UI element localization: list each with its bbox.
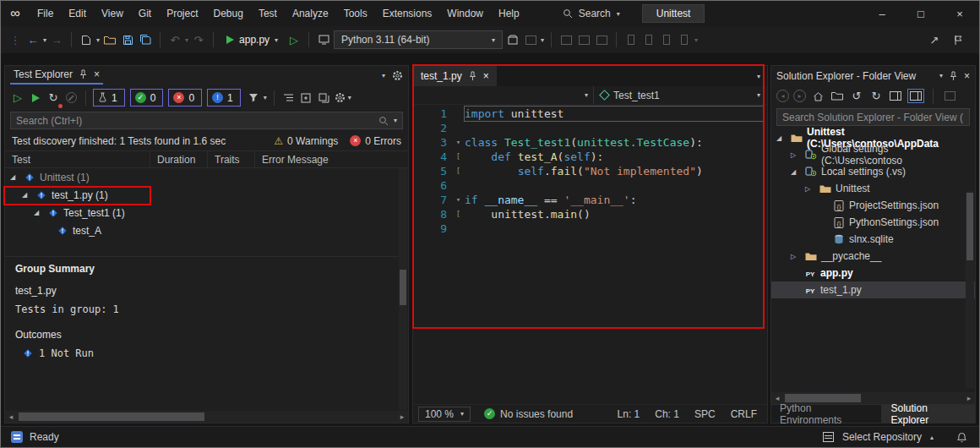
document-list-chevron-icon[interactable]: ▾ (757, 73, 767, 80)
solution-tree-row[interactable]: ▷__pycache__ (771, 248, 975, 265)
scrollbar-thumb[interactable] (785, 394, 861, 402)
scroll-right-icon[interactable]: ▸ (963, 394, 975, 402)
code-line[interactable]: 1import unittest (413, 107, 767, 121)
test-tree-row[interactable]: ◢Test_test1 (1) (5, 204, 408, 221)
solution-tree-row[interactable]: {}ProjectSettings.json (771, 197, 975, 214)
close-icon[interactable]: × (964, 70, 970, 82)
warnings-count[interactable]: 0 Warnings (287, 135, 338, 147)
column-test[interactable]: Test (5, 151, 150, 167)
close-button[interactable]: × (940, 1, 979, 26)
run-all-tests-button[interactable]: ▷ (10, 89, 25, 107)
python-environment-combo[interactable]: Python 3.11 (64-bit) ▾ (334, 30, 503, 49)
feedback-icon[interactable] (950, 30, 966, 49)
chevron-down-icon[interactable]: ▾ (264, 94, 267, 101)
menu-item-window[interactable]: Window (439, 1, 491, 26)
code-line[interactable]: 8[ unittest.main() (413, 207, 767, 221)
close-icon[interactable]: × (94, 68, 100, 80)
layers-button[interactable] (317, 89, 332, 107)
test-tree-row[interactable]: test_A (5, 221, 408, 239)
tree-expander-icon[interactable]: ◢ (776, 134, 786, 142)
test-tree-row[interactable]: ◢test_1.py (1) (5, 186, 408, 204)
solution-tree-row[interactable]: {}PythonSettings.json (771, 214, 975, 231)
chevron-down-icon[interactable]: ▾ (382, 72, 385, 79)
menu-item-tools[interactable]: Tools (336, 1, 375, 26)
menu-item-view[interactable]: View (94, 1, 131, 26)
navigate-back-button[interactable]: ← (25, 30, 41, 49)
type-dropdown[interactable]: Test_test1 ▾ (594, 86, 767, 104)
browser-link-icon[interactable] (523, 30, 538, 49)
new-file-button[interactable] (79, 30, 94, 49)
scroll-left-icon[interactable]: ◂ (771, 394, 783, 402)
code-line[interactable]: 6 (413, 178, 767, 193)
menu-item-git[interactable]: Git (131, 1, 159, 26)
chevron-down-icon[interactable]: ▾ (43, 36, 46, 44)
settings-gear-icon[interactable] (392, 70, 403, 81)
menu-item-debug[interactable]: Debug (206, 1, 251, 26)
encoding-indicator[interactable]: SPC (694, 408, 716, 420)
pin-icon[interactable] (950, 71, 957, 81)
menu-item-test[interactable]: Test (251, 1, 285, 26)
show-all-files-icon[interactable] (942, 87, 957, 106)
open-folder-button[interactable] (102, 30, 117, 49)
preview-selected-toggle[interactable] (907, 89, 924, 103)
collapse-all-icon[interactable] (888, 87, 903, 106)
vertical-scrollbar[interactable] (399, 168, 407, 410)
redo-button[interactable]: ↷ (191, 30, 206, 49)
vertical-scrollbar[interactable] (966, 191, 974, 389)
test-explorer-tab[interactable]: Test Explorer × (10, 67, 103, 85)
chevron-down-icon[interactable]: ▾ (939, 72, 943, 79)
switch-views-icon[interactable] (830, 87, 845, 106)
sync-with-active-document-icon[interactable]: ↺ (849, 87, 864, 106)
share-icon[interactable]: ↗ (927, 30, 942, 49)
menu-item-analyze[interactable]: Analyze (285, 1, 336, 26)
tree-expander-icon[interactable]: ▷ (805, 185, 814, 193)
cancel-run-button[interactable] (63, 89, 79, 107)
home-icon[interactable] (810, 87, 825, 106)
code-lines[interactable]: 1import unittest23▾class Test_test1(unit… (413, 105, 767, 404)
column-indicator[interactable]: Ch: 1 (655, 408, 679, 420)
solution-tree-row[interactable]: slnx.sqlite (771, 231, 975, 248)
notifications-bell-icon[interactable] (954, 428, 969, 446)
code-line[interactable]: 9 (413, 221, 767, 236)
start-without-debugging-button[interactable]: ▷ (286, 30, 302, 49)
run-test-button[interactable] (28, 89, 43, 107)
scrollbar-thumb[interactable] (966, 193, 973, 260)
filter-funnel-icon[interactable] (246, 89, 261, 107)
solution-search-box[interactable] (776, 108, 970, 126)
repeat-last-run-button[interactable]: ↻ (46, 89, 61, 107)
scrollbar-thumb[interactable] (19, 412, 204, 421)
refresh-icon[interactable]: ↻ (868, 87, 884, 106)
line-ending-indicator[interactable]: CRLF (731, 408, 757, 420)
solution-name-button[interactable]: Unittest (642, 4, 705, 23)
minimize-button[interactable]: – (863, 1, 901, 26)
code-line[interactable]: 5[ self.fail("Not implemented") (413, 164, 767, 178)
package-manager-icon[interactable] (505, 30, 520, 49)
select-repository-button[interactable]: Select Repository (842, 431, 922, 443)
close-icon[interactable]: × (483, 70, 489, 82)
tab-python-environments[interactable]: Python Environments (771, 405, 882, 423)
line-indicator[interactable]: Ln: 1 (618, 408, 640, 420)
solution-tree-row[interactable]: PYtest_1.py (771, 281, 975, 298)
chevron-up-icon[interactable]: ▴ (930, 434, 934, 441)
code-line[interactable]: 7▾if __name__ == '__main__': (413, 193, 767, 207)
scroll-right-icon[interactable]: ▸ (396, 412, 408, 421)
solution-tree-row[interactable]: ▷Global settings (C:\Users\contoso (771, 146, 975, 163)
forward-circle-icon[interactable]: ▸ (793, 90, 806, 102)
navigate-forward-button[interactable]: → (49, 30, 64, 49)
solution-tree-row[interactable]: PYapp.py (771, 265, 975, 281)
menu-item-project[interactable]: Project (159, 1, 205, 26)
errors-count[interactable]: 0 Errors (365, 135, 401, 147)
filter-passed-button[interactable]: ✓ 0 (130, 89, 164, 107)
horizontal-scrollbar[interactable]: ◂ ▸ (5, 411, 408, 423)
column-error-message[interactable]: Error Message (255, 151, 408, 167)
filter-notrun-button[interactable]: ! 1 (207, 89, 241, 107)
menu-item-help[interactable]: Help (491, 1, 527, 26)
back-circle-icon[interactable]: ◂ (776, 90, 789, 102)
undo-button[interactable]: ↶ (167, 30, 182, 49)
group-by-button[interactable] (281, 89, 297, 107)
test-search-input[interactable] (16, 115, 373, 127)
pin-icon[interactable] (469, 71, 476, 81)
quick-search-control[interactable]: Search ▾ (553, 5, 630, 22)
save-all-button[interactable] (138, 30, 153, 49)
menu-item-edit[interactable]: Edit (61, 1, 94, 26)
